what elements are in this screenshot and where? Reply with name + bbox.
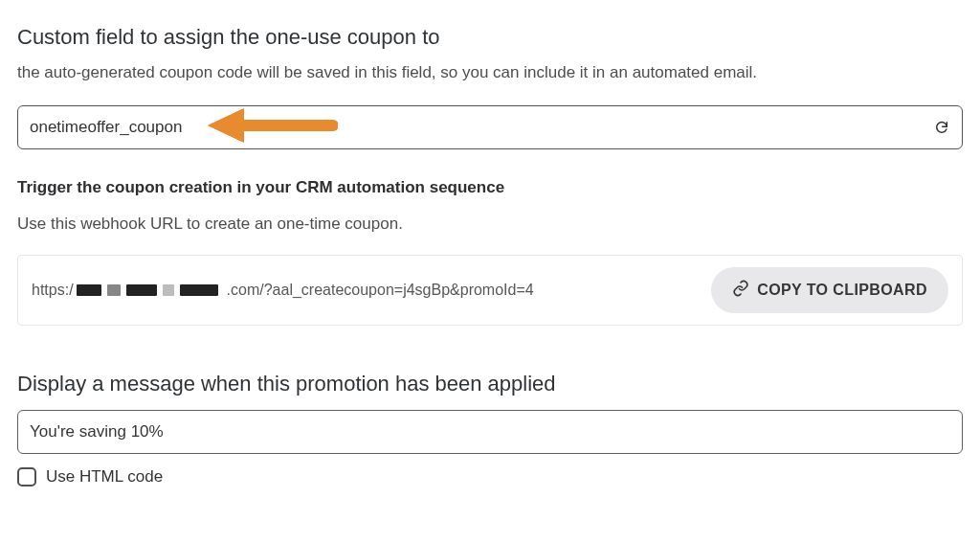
redaction-block	[180, 284, 218, 296]
use-html-checkbox[interactable]	[17, 467, 36, 486]
webhook-url-prefix: https:/	[32, 282, 74, 299]
custom-field-description: the auto-generated coupon code will be s…	[17, 63, 963, 82]
refresh-icon[interactable]	[932, 118, 951, 137]
trigger-title: Trigger the coupon creation in your CRM …	[17, 178, 963, 197]
webhook-panel: https:/ .com/?aal_createcoupon=j4sgBp&pr…	[17, 255, 963, 326]
use-html-checkbox-row: Use HTML code	[17, 467, 963, 486]
custom-field-title: Custom field to assign the one-use coupo…	[17, 25, 963, 50]
custom-field-input[interactable]	[17, 105, 963, 149]
copy-to-clipboard-button[interactable]: COPY TO CLIPBOARD	[711, 267, 948, 313]
webhook-url-suffix: .com/?aal_createcoupon=j4sgBp&promoId=4	[227, 282, 534, 299]
use-html-checkbox-label[interactable]: Use HTML code	[46, 467, 163, 486]
display-message-input[interactable]	[17, 410, 963, 454]
redaction-block	[163, 284, 174, 296]
copy-button-label: COPY TO CLIPBOARD	[757, 282, 927, 299]
display-message-title: Display a message when this promotion ha…	[17, 372, 963, 396]
trigger-description: Use this webhook URL to create an one-ti…	[17, 215, 963, 234]
redaction-block	[77, 284, 101, 296]
redaction-block	[126, 284, 157, 296]
redaction-block	[107, 284, 121, 296]
link-icon	[732, 280, 749, 301]
webhook-url: https:/ .com/?aal_createcoupon=j4sgBp&pr…	[32, 282, 696, 299]
custom-field-input-wrapper	[17, 105, 963, 149]
